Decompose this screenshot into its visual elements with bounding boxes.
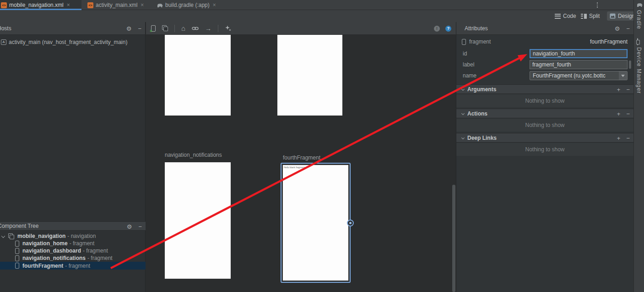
id-attribute-row: id [456,49,634,58]
hide-panel-icon[interactable]: − [138,224,142,230]
id-label: id [463,50,467,57]
label-field[interactable] [530,60,628,69]
auto-arrange-icon[interactable] [225,25,232,32]
gradle-tool-window-button[interactable]: Gradle [636,10,642,29]
add-deep-link-icon[interactable]: + [617,135,621,141]
tab-mobile-navigation[interactable]: <> mobile_navigation.xml × [0,0,81,10]
arguments-section-title: Arguments [467,86,496,93]
deep-links-section-body: Nothing to show [456,143,633,156]
host-item-activity-main[interactable]: A activity_main (nav_host_fragment_activ… [0,38,146,46]
action-arrow-icon[interactable]: → [205,25,211,32]
split-label: Split [589,13,600,19]
design-icon [610,13,616,19]
component-id: fourthFragment [590,39,628,45]
fragment-icon [15,248,19,254]
actions-section-header[interactable]: Actions + − [456,109,633,118]
split-mode-button[interactable]: Split [578,11,602,21]
fragment-icon [15,255,19,261]
component-type: fragment [469,39,491,45]
add-action-icon[interactable]: + [617,111,621,117]
dropdown-button[interactable] [619,72,627,80]
field-scroll-pill[interactable] [629,61,631,69]
new-destination-icon[interactable]: + [151,25,156,32]
name-label: name [463,72,476,79]
attributes-panel: fragment fourthFragment id label name Fo… [456,35,633,292]
deep-link-icon[interactable] [192,26,199,31]
chevron-down-icon [621,75,625,77]
gear-icon[interactable]: ⚙ [127,224,132,230]
fragment-preview-home[interactable] [165,35,231,116]
name-dropdown[interactable]: FourthFragment (ru.yotc.bottc [530,71,628,80]
device-manager-tool-window-button[interactable]: Device Manager [636,47,642,94]
start-destination-icon[interactable]: ⌂ [181,25,185,32]
tab-label: mobile_navigation.xml [9,2,64,8]
arguments-section-header[interactable]: Arguments + − [456,84,633,94]
editor-tab-bar: <> mobile_navigation.xml × <> activity_m… [0,0,644,10]
fragment-preview-fourth-selected[interactable]: Hello blank fragment [281,163,351,283]
tree-item-name: navigation_notifications [22,255,86,261]
tree-item-name: mobile_navigation [17,233,65,239]
label-label: label [463,61,474,68]
tree-item-mobile-navigation[interactable]: mobile_navigation - navigation [0,232,146,240]
canvas-vertical-scrollbar[interactable] [452,185,455,292]
actions-section-title: Actions [467,110,487,117]
label-attribute-row: label [456,60,634,69]
fragment-preview-dashboard[interactable] [277,35,342,116]
expand-chevron-icon[interactable] [1,234,5,238]
tree-item-type: - fragment [65,263,90,269]
tab-overflow-icon[interactable] [594,1,601,9]
remove-action-icon[interactable]: − [626,111,630,117]
chevron-down-icon [461,136,465,139]
arguments-empty-text: Nothing to show [525,98,564,104]
new-nested-graph-icon[interactable] [162,25,168,31]
tab-label: build.gradle (:app) [165,2,210,8]
code-icon [555,14,561,19]
hide-panel-icon[interactable]: − [626,26,630,32]
tree-item-navigation-notifications[interactable]: navigation_notifications - fragment [0,254,146,262]
code-label: Code [563,13,576,19]
tree-item-navigation-home[interactable]: navigation_home - fragment [0,240,146,247]
tree-item-type: - fragment [83,248,108,254]
gradle-icon [157,3,163,8]
deep-links-section-title: Deep Links [467,135,497,141]
gear-icon[interactable]: ⚙ [615,26,620,32]
attributes-panel-title: Attributes [465,25,488,32]
deep-links-section-header[interactable]: Deep Links + − [456,133,633,143]
tab-close-icon[interactable]: × [67,2,70,8]
warnings-icon[interactable]: ! [434,26,440,32]
fragment-label-notifications: navigation_notifications [165,152,222,158]
attributes-panel-header: Attributes ⚙ − [456,22,633,35]
tab-label: activity_main.xml [96,2,137,8]
add-argument-icon[interactable]: + [617,87,621,93]
gear-icon[interactable]: ⚙ [126,26,132,32]
action-handle[interactable] [347,220,354,226]
host-item-label: activity_main (nav_host_fragment_activit… [9,39,127,45]
tree-item-navigation-dashboard[interactable]: navigation_dashboard - fragment [0,247,146,254]
code-mode-button[interactable]: Code [552,11,579,21]
chevron-down-icon [461,112,465,115]
tab-activity-main[interactable]: <> activity_main.xml × [84,0,151,10]
help-icon[interactable]: ? [445,26,451,32]
remove-deep-link-icon[interactable]: − [626,135,630,141]
tree-item-fourth-fragment[interactable]: fourthFragment - fragment [0,262,146,270]
fragment-icon [15,241,19,247]
tree-item-name: navigation_dashboard [22,248,81,254]
tab-build-gradle[interactable]: build.gradle (:app) × [153,0,222,10]
design-label: Design [618,13,635,19]
id-field[interactable] [530,49,628,58]
fragment-label-fourth: fourthFragment [283,154,320,161]
gradle-icon [636,2,643,7]
tab-close-icon[interactable]: × [141,2,144,8]
tab-close-icon[interactable]: × [213,2,216,8]
tree-item-type: - fragment [70,240,95,247]
fragment-preview-notifications[interactable] [165,162,231,279]
tree-item-type: - fragment [87,255,113,261]
split-icon [581,14,587,19]
toolbar-separator [218,25,218,32]
hide-panel-icon[interactable]: − [138,26,141,32]
fragment-preview-text: Hello blank fragment [283,165,348,169]
component-tree-header: Component Tree ⚙ − [0,221,146,231]
tree-item-type: - navigation [67,233,96,239]
remove-argument-icon[interactable]: − [626,87,630,93]
xml-file-icon: <> [1,2,7,8]
